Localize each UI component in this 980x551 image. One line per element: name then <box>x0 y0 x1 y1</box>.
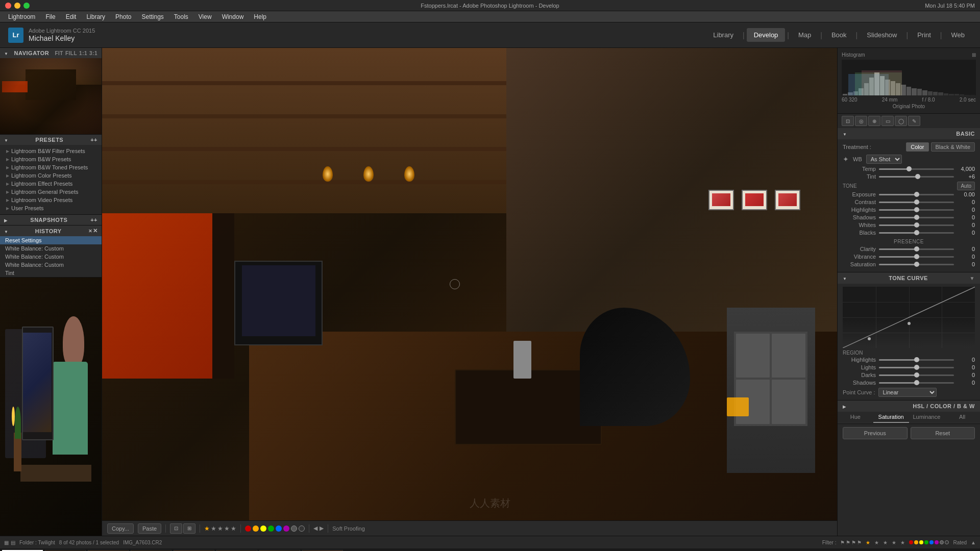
history-clear[interactable]: ✕ <box>88 228 97 234</box>
nav-fill[interactable]: FILL <box>65 51 77 56</box>
compare-view-btn[interactable]: ⊞ <box>183 523 195 534</box>
tab-print[interactable]: Print <box>910 28 938 42</box>
preset-bwfilter[interactable]: Lightroom B&W Filter Presets <box>0 147 102 155</box>
tone-curve-options[interactable]: ▼ <box>970 276 975 281</box>
label-red[interactable] <box>245 525 251 532</box>
filter-star-3[interactable]: ★ <box>883 540 888 545</box>
filter-star-2[interactable]: ★ <box>874 540 879 545</box>
label-yellow[interactable] <box>253 525 259 532</box>
nav-fit[interactable]: FIT <box>55 51 63 56</box>
tab-web[interactable]: Web <box>944 28 972 42</box>
menu-view[interactable]: View <box>194 12 216 21</box>
filter-flag-icon[interactable]: ⚑ <box>840 540 845 545</box>
snapshots-add[interactable]: + <box>90 217 97 223</box>
menu-edit[interactable]: Edit <box>62 12 81 21</box>
presets-header[interactable]: Presets + <box>0 135 102 145</box>
radial-filter-tool[interactable]: ◯ <box>895 116 907 126</box>
wb-select[interactable]: As Shot Auto Daylight Cloudy Custom <box>866 155 902 164</box>
color-btn[interactable]: Color <box>906 142 928 152</box>
filter-flag-icon-3[interactable]: ⚑ <box>851 540 856 545</box>
shadows-slider[interactable] <box>879 217 954 218</box>
exposure-slider[interactable] <box>879 194 954 195</box>
tint-slider[interactable] <box>879 176 954 178</box>
curve-point-1[interactable] <box>868 337 871 340</box>
tab-library[interactable]: Library <box>706 28 741 42</box>
star-5[interactable]: ★ <box>231 525 236 532</box>
tone-curve-canvas[interactable] <box>843 287 975 348</box>
label-green[interactable] <box>268 525 274 532</box>
bw-btn[interactable]: Black & White <box>931 142 975 152</box>
star-3[interactable]: ★ <box>217 525 223 532</box>
prev-photo-btn[interactable]: ◀ <box>313 525 317 532</box>
graduated-filter-tool[interactable]: ▭ <box>881 116 894 126</box>
filter-dot-red[interactable] <box>909 540 913 544</box>
hsl-tab-saturation[interactable]: Saturation <box>873 412 909 423</box>
spot-removal-tool[interactable]: ◎ <box>855 116 867 126</box>
menu-photo[interactable]: Photo <box>111 12 135 21</box>
filter-flag-icon-4[interactable]: ⚑ <box>857 540 862 545</box>
clarity-slider[interactable] <box>879 248 954 250</box>
snapshots-header[interactable]: Snapshots + <box>0 215 102 225</box>
nav-1to1[interactable]: 1:1 <box>79 51 87 56</box>
menu-library[interactable]: Library <box>82 12 109 21</box>
filmstrip-icon-1[interactable]: ▦ <box>4 540 9 545</box>
filter-flag-icon-2[interactable]: ⚑ <box>846 540 850 545</box>
history-item-0[interactable]: Reset Settings <box>0 236 102 244</box>
navigator-thumbnail[interactable] <box>0 58 102 134</box>
history-item-4[interactable]: Tint <box>0 269 102 277</box>
nav-3to1[interactable]: 3:1 <box>89 51 97 56</box>
label-none[interactable] <box>291 525 297 532</box>
filmstrip-icon-2[interactable]: ▤ <box>11 540 15 545</box>
whites-slider[interactable] <box>879 224 954 226</box>
filter-star-4[interactable]: ★ <box>892 540 896 545</box>
hsl-header[interactable]: HSL / Color / B & W <box>838 400 980 412</box>
menu-settings[interactable]: Settings <box>137 12 167 21</box>
history-item-1[interactable]: White Balance: Custom <box>0 244 102 253</box>
histogram-expand[interactable]: ⊞ <box>972 52 976 58</box>
vibrance-slider[interactable] <box>879 256 954 258</box>
preset-video[interactable]: Lightroom Video Presets <box>0 196 102 204</box>
preset-general[interactable]: Lightroom General Presets <box>0 188 102 196</box>
star-2[interactable]: ★ <box>211 525 216 532</box>
history-item-2[interactable]: White Balance: Custom <box>0 253 102 261</box>
preset-color[interactable]: Lightroom Color Presets <box>0 171 102 180</box>
menu-help[interactable]: Help <box>250 12 271 21</box>
menu-file[interactable]: File <box>41 12 59 21</box>
filter-dot-blue[interactable] <box>929 540 934 544</box>
contrast-slider[interactable] <box>879 202 954 203</box>
basic-header[interactable]: Basic <box>838 128 980 139</box>
navigator-header[interactable]: Navigator FIT FILL 1:1 3:1 <box>0 48 102 58</box>
tab-map[interactable]: Map <box>791 28 818 42</box>
auto-btn[interactable]: Auto <box>957 182 975 190</box>
filter-star-5[interactable]: ★ <box>900 540 905 545</box>
tc-highlights-slider[interactable] <box>879 359 954 361</box>
previous-button[interactable]: Previous <box>843 427 908 439</box>
filter-dot-orange[interactable] <box>914 540 918 544</box>
tc-darks-slider[interactable] <box>879 374 954 376</box>
filmstrip-expand[interactable]: ▲ <box>971 540 976 545</box>
menu-window[interactable]: Window <box>218 12 248 21</box>
label-clear[interactable] <box>299 525 305 532</box>
star-1[interactable]: ★ <box>204 525 210 532</box>
label-yellow2[interactable] <box>260 525 266 532</box>
preset-user[interactable]: User Presets <box>0 204 102 212</box>
menu-lightroom[interactable]: Lightroom <box>4 12 39 21</box>
point-curve-select[interactable]: Linear Medium Contrast Strong Contrast <box>878 388 937 397</box>
filter-dot-purple[interactable] <box>935 540 939 544</box>
maximize-button[interactable] <box>23 3 30 9</box>
blacks-slider[interactable] <box>879 232 954 234</box>
hsl-tab-all[interactable]: All <box>944 412 980 423</box>
temp-slider[interactable] <box>879 168 954 170</box>
history-header[interactable]: History ✕ <box>0 226 102 236</box>
eyedropper-icon[interactable]: ✦ <box>843 155 849 163</box>
hsl-tab-luminance[interactable]: Luminance <box>909 412 945 423</box>
loupe-view-btn[interactable]: ⊡ <box>170 523 182 534</box>
adjustment-brush-tool[interactable]: ✎ <box>908 116 920 126</box>
star-4[interactable]: ★ <box>224 525 230 532</box>
paste-button[interactable]: Paste <box>138 523 161 534</box>
tc-lights-slider[interactable] <box>879 367 954 368</box>
presets-add[interactable]: + <box>90 137 97 143</box>
menu-tools[interactable]: Tools <box>170 12 192 21</box>
tab-develop[interactable]: Develop <box>747 28 786 42</box>
tone-curve-header[interactable]: Tone Curve ▼ <box>838 272 980 284</box>
